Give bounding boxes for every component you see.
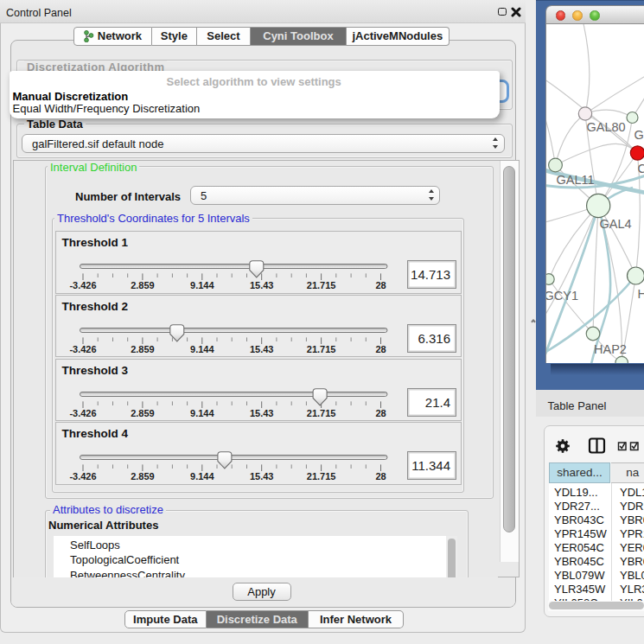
svg-text:-3.426: -3.426 [69, 408, 96, 418]
svg-text:9.144: 9.144 [190, 344, 214, 354]
svg-text:21.715: 21.715 [306, 280, 335, 290]
svg-text:GAL11: GAL11 [556, 173, 594, 187]
svg-text:9.144: 9.144 [190, 408, 214, 418]
svg-text:GAL80: GAL80 [586, 120, 625, 134]
svg-text:-3.426: -3.426 [69, 344, 96, 354]
svg-text:9.144: 9.144 [190, 280, 214, 290]
svg-text:15.43: 15.43 [249, 280, 273, 290]
svg-text:9.144: 9.144 [190, 471, 214, 481]
svg-text:G: G [634, 128, 643, 142]
svg-text:2.859: 2.859 [131, 471, 155, 481]
svg-text:15.43: 15.43 [249, 408, 273, 418]
svg-text:28: 28 [375, 344, 386, 354]
svg-text:28: 28 [375, 471, 386, 481]
svg-text:21.715: 21.715 [306, 408, 335, 418]
svg-text:21.715: 21.715 [306, 344, 335, 354]
svg-text:GAL4: GAL4 [599, 217, 631, 231]
svg-text:15.43: 15.43 [249, 344, 273, 354]
svg-text:-3.426: -3.426 [69, 280, 96, 290]
svg-text:2.859: 2.859 [131, 280, 155, 290]
svg-text:H: H [637, 287, 644, 301]
svg-text:21.715: 21.715 [306, 471, 335, 481]
svg-text:2.859: 2.859 [131, 344, 155, 354]
svg-text:2.859: 2.859 [131, 408, 155, 418]
svg-text:28: 28 [375, 408, 386, 418]
svg-text:C: C [637, 162, 644, 175]
svg-text:GCY1: GCY1 [546, 289, 578, 303]
svg-text:28: 28 [375, 280, 386, 290]
svg-text:-3.426: -3.426 [69, 471, 96, 481]
svg-text:15.43: 15.43 [249, 471, 273, 481]
svg-text:HAP2: HAP2 [594, 342, 627, 356]
